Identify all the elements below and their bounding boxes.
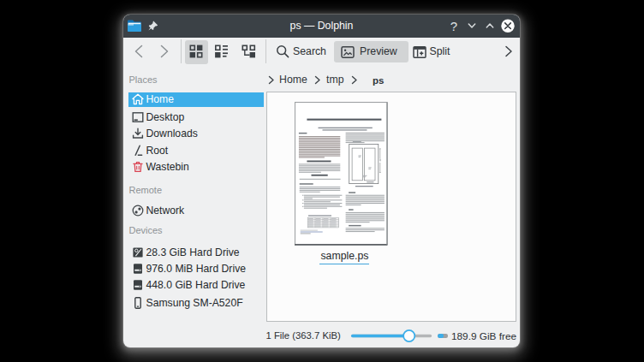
svg-text:?: ? (450, 19, 457, 33)
